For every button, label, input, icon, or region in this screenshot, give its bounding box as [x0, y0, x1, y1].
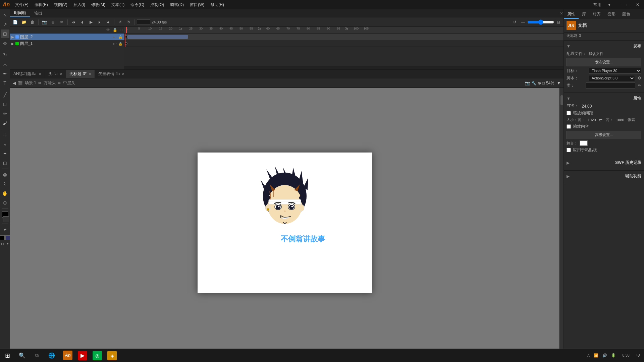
go-to-start-btn[interactable]: ⏮: [70, 18, 77, 26]
asset-warp-tool[interactable]: ⌇: [1, 180, 9, 188]
tab-an-practice[interactable]: AN练习题.fla ✕: [10, 70, 45, 78]
back-icon[interactable]: ◀: [13, 81, 16, 85]
script-settings-icon[interactable]: ⚙: [638, 76, 641, 80]
layer-row-2[interactable]: ▶ 图层_2 ●·🔒: [10, 34, 124, 40]
loop-btn[interactable]: ↺: [116, 18, 124, 26]
class-input[interactable]: [586, 82, 635, 88]
menu-window[interactable]: 窗口(W): [187, 1, 207, 8]
stage-color-swatch[interactable]: [580, 140, 588, 146]
new-layer-btn[interactable]: 📄: [11, 18, 19, 26]
menu-debug[interactable]: 调试(D): [167, 1, 186, 8]
undo-btn[interactable]: ↺: [511, 18, 519, 26]
rect-tool[interactable]: □: [1, 100, 9, 109]
hand-tool[interactable]: ✋: [1, 189, 9, 198]
maximize-button[interactable]: □: [625, 2, 631, 8]
text-tool[interactable]: T: [1, 79, 9, 87]
brush-tool[interactable]: 🖌: [1, 119, 9, 127]
properties-section-header[interactable]: ▼ 属性: [567, 96, 641, 101]
close-tab-1[interactable]: ✕: [60, 72, 62, 76]
line-tool[interactable]: ╱: [1, 90, 9, 99]
exchange-icon[interactable]: ⇄: [599, 118, 602, 122]
menu-edit[interactable]: 编辑(E): [32, 1, 51, 8]
publish-settings-btn[interactable]: 发布设置...: [567, 58, 641, 66]
fit-timeline-btn[interactable]: ⊟: [555, 18, 562, 26]
redo-btn[interactable]: —: [519, 18, 527, 26]
battery-icon[interactable]: 🔋: [610, 353, 617, 358]
deco-tool-btn[interactable]: ✦: [5, 241, 10, 246]
minimize-button[interactable]: —: [614, 2, 622, 8]
stage[interactable]: 不倒翁讲故事: [198, 153, 372, 293]
menu-modify[interactable]: 修改(M): [89, 1, 108, 8]
scale-frames-checkbox[interactable]: [567, 111, 571, 115]
pen-tool[interactable]: ✒: [1, 69, 9, 78]
pencil-tool[interactable]: ✏: [1, 109, 9, 118]
canvas-area[interactable]: 不倒翁讲故事: [10, 88, 559, 358]
clip-btn[interactable]: □: [542, 81, 545, 85]
output-tab[interactable]: 输出: [30, 10, 46, 17]
rp-tab-library[interactable]: 库: [579, 9, 589, 19]
scene-label[interactable]: 场景 1: [25, 80, 36, 86]
subselection-tool[interactable]: ↗: [1, 20, 9, 29]
zoom-dropdown-icon[interactable]: ▼: [557, 81, 561, 85]
layer-1-frames[interactable]: [124, 40, 564, 47]
layer-row-1[interactable]: ▶ 图层_1 ●·🔒: [10, 40, 124, 47]
assist-func-header[interactable]: ▶ 辅助功能: [567, 173, 641, 179]
script-select[interactable]: ActionScript 3.0: [589, 75, 635, 81]
notification-btn[interactable]: 🗨: [635, 353, 641, 357]
menu-text[interactable]: 文本(T): [109, 1, 127, 8]
motion-editor-btn[interactable]: ≋: [58, 18, 65, 26]
workspace-dropdown-icon[interactable]: ▼: [607, 2, 611, 7]
camera-tool[interactable]: ◎: [1, 170, 9, 179]
step-forward-btn[interactable]: ⏵: [96, 18, 103, 26]
canvas-vscroll[interactable]: [559, 88, 564, 358]
paint-bucket-tool[interactable]: ⬨: [1, 140, 9, 148]
rp-tab-transform[interactable]: 变形: [604, 9, 619, 19]
outline-icon[interactable]: □: [120, 28, 122, 32]
app2-btn[interactable]: ▶: [75, 349, 90, 362]
volume-icon[interactable]: 🔊: [601, 353, 608, 358]
camera-view-btn[interactable]: 📷: [525, 81, 530, 85]
delete-layer-btn[interactable]: 🗑: [29, 18, 36, 26]
step-back-btn[interactable]: ⏴: [78, 18, 86, 26]
gradient-color-btn[interactable]: [5, 235, 10, 240]
scale-content-checkbox[interactable]: [567, 124, 571, 129]
clock[interactable]: 8:38: [619, 353, 634, 358]
symbol1-label[interactable]: 万能头: [44, 80, 56, 86]
eyedropper-tool[interactable]: ✦: [1, 149, 9, 158]
edge-button[interactable]: 🌐: [44, 349, 59, 362]
free-transform-tool[interactable]: ⊡: [1, 29, 9, 38]
apply-pasteboard-checkbox[interactable]: [567, 148, 571, 152]
menu-command[interactable]: 命令(C): [128, 1, 147, 8]
close-tab-0[interactable]: ✕: [39, 72, 41, 76]
menu-view[interactable]: 视图(V): [51, 1, 70, 8]
rp-tab-align[interactable]: 对齐: [589, 9, 604, 19]
eraser-tool[interactable]: ◻: [1, 159, 9, 167]
publish-section-header[interactable]: ▼ 发布: [567, 43, 641, 49]
task-view-button[interactable]: ⧉: [30, 349, 44, 362]
color-swap-btn[interactable]: ⇄: [1, 225, 9, 234]
align-btn[interactable]: ⊕: [538, 81, 541, 85]
timeline-hscroll[interactable]: [124, 66, 564, 69]
visibility-icon[interactable]: 👁: [106, 28, 110, 32]
tab-untitled-3[interactable]: 无标题-3* ✕: [66, 70, 95, 78]
target-select[interactable]: Flash Player 30: [589, 68, 641, 74]
menu-insert[interactable]: 插入(I): [71, 1, 88, 8]
systray-expand[interactable]: △: [586, 353, 591, 358]
swf-history-header[interactable]: ▶ SWF 历史记录: [567, 160, 641, 166]
gradient-tool[interactable]: ⊗: [1, 39, 9, 48]
snap-to-objects-btn[interactable]: ⊡: [0, 241, 5, 246]
go-to-end-btn[interactable]: ⏭: [105, 18, 112, 26]
close-button[interactable]: ✕: [634, 2, 641, 8]
folder-layer-btn[interactable]: 📁: [20, 18, 28, 26]
zoom-tool[interactable]: ⊕: [1, 198, 9, 207]
lock-icon[interactable]: 🔒: [113, 28, 117, 32]
network-icon[interactable]: 📶: [592, 353, 600, 358]
add-motion-btn[interactable]: ⊕: [49, 18, 57, 26]
layer-2-frames[interactable]: [124, 34, 564, 40]
lasso-tool[interactable]: ⌓: [1, 60, 9, 69]
close-tab-2[interactable]: ✕: [89, 72, 91, 76]
edit-symbol1-icon[interactable]: ✏: [58, 81, 61, 85]
fill-color[interactable]: [3, 216, 9, 222]
snap-btn[interactable]: 🔧: [531, 81, 536, 85]
animate-app-btn[interactable]: An: [60, 349, 75, 362]
